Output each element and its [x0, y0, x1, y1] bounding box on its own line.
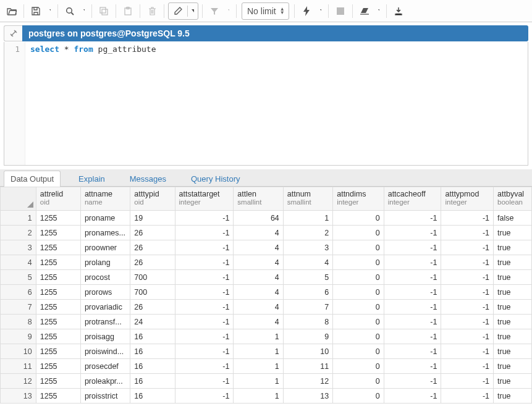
- tab-explain[interactable]: Explain: [72, 171, 112, 187]
- filter-button[interactable]: [205, 2, 224, 20]
- cell[interactable]: true: [494, 374, 532, 389]
- cell[interactable]: 700: [130, 270, 175, 285]
- column-header[interactable]: atttypmodinteger: [441, 187, 494, 211]
- row-header[interactable]: 12: [1, 374, 36, 389]
- filter-dropdown[interactable]: [224, 2, 234, 20]
- row-header[interactable]: 4: [1, 255, 36, 270]
- cell[interactable]: -1: [384, 389, 441, 404]
- cell[interactable]: 0: [333, 359, 384, 374]
- cell[interactable]: 8: [283, 315, 332, 329]
- cell[interactable]: 1255: [36, 270, 80, 285]
- cell[interactable]: 16: [130, 329, 175, 344]
- cell[interactable]: -1: [441, 255, 494, 270]
- row-header[interactable]: 9: [1, 329, 36, 344]
- table-row[interactable]: 11255proname19-16410-1-1false: [1, 211, 532, 226]
- cell[interactable]: 26: [130, 240, 175, 255]
- cell[interactable]: -1: [175, 359, 234, 374]
- cell[interactable]: 1255: [36, 329, 80, 344]
- cell[interactable]: -1: [441, 315, 494, 329]
- cell[interactable]: 4: [234, 240, 283, 255]
- paste-button[interactable]: [119, 2, 137, 20]
- editor-content[interactable]: select * from pg_attribute: [25, 42, 528, 165]
- table-row[interactable]: 41255prolang26-1440-1-1true: [1, 255, 532, 270]
- cell[interactable]: -1: [175, 329, 234, 344]
- cell[interactable]: -1: [441, 359, 494, 374]
- column-header[interactable]: attlensmallint: [234, 187, 283, 211]
- cell[interactable]: 700: [130, 285, 175, 300]
- row-header[interactable]: 6: [1, 285, 36, 300]
- table-row[interactable]: 131255proisstrict16-11130-1-1true: [1, 389, 532, 404]
- execute-button[interactable]: [297, 2, 316, 20]
- cell[interactable]: prosecdef: [80, 359, 130, 374]
- cell[interactable]: -1: [175, 389, 234, 404]
- cell[interactable]: proisagg: [80, 329, 130, 344]
- cell[interactable]: 5: [283, 270, 332, 285]
- cell[interactable]: 0: [333, 374, 384, 389]
- cell[interactable]: true: [494, 389, 532, 404]
- cell[interactable]: 12: [283, 374, 332, 389]
- column-header[interactable]: attbyvalboolean: [494, 187, 532, 211]
- tab-query-history[interactable]: Query History: [184, 171, 247, 187]
- cell[interactable]: -1: [384, 374, 441, 389]
- cell[interactable]: proname: [80, 211, 130, 226]
- cell[interactable]: 0: [333, 285, 384, 300]
- table-row[interactable]: 91255proisagg16-1190-1-1true: [1, 329, 532, 344]
- cell[interactable]: 24: [130, 315, 175, 329]
- cell[interactable]: 1255: [36, 300, 80, 315]
- cell[interactable]: 4: [234, 270, 283, 285]
- cell[interactable]: 0: [333, 211, 384, 226]
- cell[interactable]: 1255: [36, 255, 80, 270]
- table-row[interactable]: 31255proowner26-1430-1-1true: [1, 240, 532, 255]
- cell[interactable]: -1: [441, 329, 494, 344]
- cell[interactable]: true: [494, 255, 532, 270]
- edit-combo[interactable]: [168, 2, 198, 20]
- cell[interactable]: protransf...: [80, 315, 130, 329]
- cell[interactable]: prorows: [80, 285, 130, 300]
- cell[interactable]: 0: [333, 226, 384, 240]
- row-header[interactable]: 3: [1, 240, 36, 255]
- table-row[interactable]: 61255prorows700-1460-1-1true: [1, 285, 532, 300]
- rowlimit-select[interactable]: No limit ▲▼: [242, 2, 289, 20]
- cell[interactable]: 1255: [36, 344, 80, 359]
- cell[interactable]: -1: [384, 211, 441, 226]
- cell[interactable]: 26: [130, 226, 175, 240]
- row-header[interactable]: 8: [1, 315, 36, 329]
- table-row[interactable]: 81255protransf...24-1480-1-1true: [1, 315, 532, 329]
- cell[interactable]: -1: [384, 226, 441, 240]
- cell[interactable]: -1: [175, 240, 234, 255]
- cell[interactable]: true: [494, 226, 532, 240]
- clear-button[interactable]: [355, 2, 374, 20]
- table-row[interactable]: 51255procost700-1450-1-1true: [1, 270, 532, 285]
- cell[interactable]: 2: [283, 226, 332, 240]
- save-button[interactable]: [27, 2, 45, 20]
- cell[interactable]: pronames...: [80, 226, 130, 240]
- cell[interactable]: false: [494, 211, 532, 226]
- column-header[interactable]: attstattargetinteger: [175, 187, 234, 211]
- cell[interactable]: 10: [283, 344, 332, 359]
- cell[interactable]: 0: [333, 240, 384, 255]
- grid-corner[interactable]: [1, 187, 36, 211]
- column-header[interactable]: atttypidoid: [130, 187, 175, 211]
- cell[interactable]: prolang: [80, 255, 130, 270]
- table-row[interactable]: 71255provariadic26-1470-1-1true: [1, 300, 532, 315]
- cell[interactable]: 1255: [36, 211, 80, 226]
- cell[interactable]: 1255: [36, 285, 80, 300]
- table-row[interactable]: 111255prosecdef16-11110-1-1true: [1, 359, 532, 374]
- cell[interactable]: 26: [130, 300, 175, 315]
- cell[interactable]: 1255: [36, 240, 80, 255]
- cell[interactable]: 11: [283, 359, 332, 374]
- column-header[interactable]: attnumsmallint: [283, 187, 332, 211]
- cell[interactable]: 1: [234, 374, 283, 389]
- cell[interactable]: -1: [384, 285, 441, 300]
- cell[interactable]: true: [494, 270, 532, 285]
- cell[interactable]: 19: [130, 211, 175, 226]
- cell[interactable]: -1: [175, 226, 234, 240]
- cell[interactable]: -1: [175, 300, 234, 315]
- cell[interactable]: 1255: [36, 389, 80, 404]
- copy-button[interactable]: [95, 2, 113, 20]
- cell[interactable]: 4: [234, 255, 283, 270]
- sql-editor[interactable]: 1 select * from pg_attribute: [4, 42, 528, 166]
- cell[interactable]: -1: [175, 344, 234, 359]
- cell[interactable]: 1255: [36, 374, 80, 389]
- cell[interactable]: procost: [80, 270, 130, 285]
